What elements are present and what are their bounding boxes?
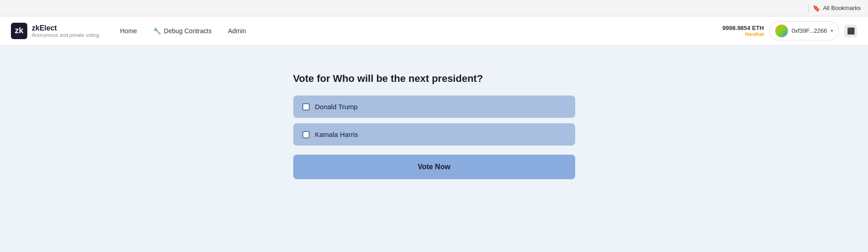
- screen-share-icon[interactable]: ⬛: [844, 25, 857, 37]
- browser-bar: 🔖 All Bookmarks: [0, 0, 868, 16]
- eth-balance: 9998.9854 ETH: [722, 25, 764, 31]
- vote-card: Vote for Who will be the next president?…: [293, 73, 575, 179]
- eth-info: 9998.9854 ETH Hardhat: [722, 25, 764, 37]
- option-kamala-harris[interactable]: Kamala Harris: [293, 123, 575, 146]
- option-label-donald-trump: Donald Trump: [315, 103, 358, 111]
- brand-name: zkElect: [32, 24, 99, 32]
- all-bookmarks-button[interactable]: 🔖 All Bookmarks: [813, 5, 861, 12]
- wallet-avatar: [775, 25, 788, 37]
- brand-text: zkElect Anonymous and private voting: [32, 24, 99, 38]
- main-content: Vote for Who will be the next president?…: [0, 45, 868, 207]
- brand: zk zkElect Anonymous and private voting: [11, 23, 99, 39]
- brand-subtitle: Anonymous and private voting: [32, 32, 99, 38]
- chevron-down-icon: ▾: [831, 28, 833, 33]
- wallet-address: 0xf39F...2266: [792, 27, 827, 34]
- nav-debug-contracts[interactable]: 🔧 Debug Contracts: [147, 24, 218, 38]
- nav-links: Home 🔧 Debug Contracts Admin: [114, 24, 722, 38]
- vote-title: Vote for Who will be the next president?: [293, 73, 575, 85]
- nav-home[interactable]: Home: [114, 24, 143, 38]
- nav-admin[interactable]: Admin: [221, 24, 252, 38]
- nav-right: 9998.9854 ETH Hardhat 0xf39F...2266 ▾ ⬛: [722, 21, 857, 40]
- option-donald-trump[interactable]: Donald Trump: [293, 96, 575, 118]
- bookmarks-icon: 🔖: [813, 5, 820, 12]
- navbar: zk zkElect Anonymous and private voting …: [0, 16, 868, 45]
- debug-icon: 🔧: [153, 27, 161, 35]
- toolbar-divider: [808, 4, 809, 13]
- brand-logo: zk: [11, 23, 27, 39]
- checkbox-kamala-harris[interactable]: [302, 131, 310, 138]
- wallet-button[interactable]: 0xf39F...2266 ▾: [769, 21, 839, 40]
- eth-network: Hardhat: [745, 31, 764, 37]
- eth-currency: ETH: [752, 25, 764, 31]
- bookmarks-label: All Bookmarks: [823, 5, 861, 11]
- checkbox-donald-trump[interactable]: [302, 103, 310, 111]
- option-label-kamala-harris: Kamala Harris: [315, 131, 358, 138]
- vote-now-button[interactable]: Vote Now: [293, 155, 575, 179]
